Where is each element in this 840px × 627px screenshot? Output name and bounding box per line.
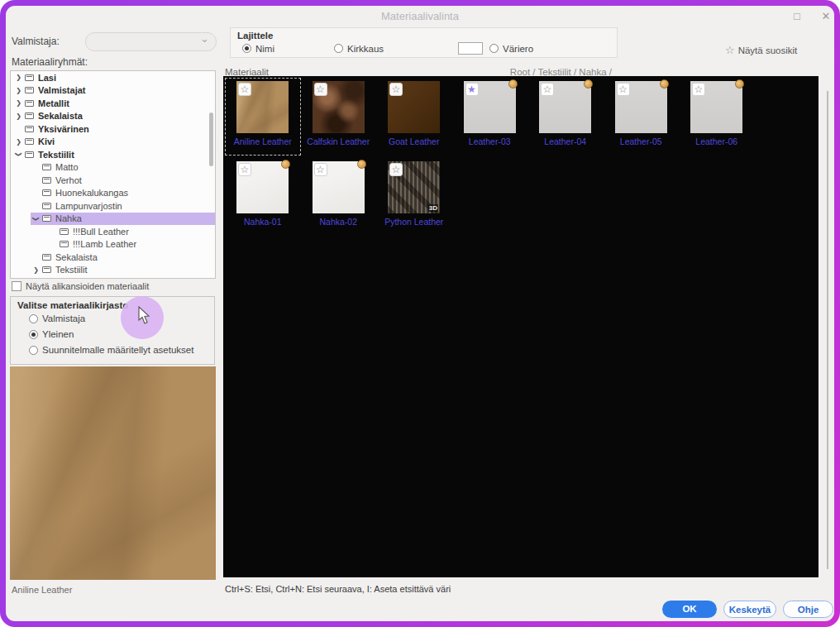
- tree-item-inner: !!!Lamb Leather: [48, 238, 215, 251]
- material-thumbnail: ☆: [388, 81, 440, 133]
- radio-icon: [489, 44, 499, 53]
- material-thumbnail: ☆3D: [388, 161, 440, 213]
- library-option[interactable]: Yleinen: [29, 329, 74, 339]
- tree-arrow-icon[interactable]: ❯: [30, 213, 42, 224]
- material-item[interactable]: ☆Leather-04: [527, 78, 604, 156]
- checkbox-icon: [12, 281, 21, 291]
- material-item[interactable]: ★Leather-03: [452, 78, 528, 156]
- sort-option[interactable]: Nimi: [242, 44, 274, 54]
- tree-item[interactable]: Huonekalukangas: [11, 187, 215, 200]
- material-item-label: Leather-03: [452, 136, 528, 146]
- material-item-label: Nahka-02: [301, 217, 377, 227]
- manufacturer-label: Valmistaja:: [12, 36, 60, 47]
- tree-item[interactable]: ❯Valmistajat: [11, 84, 215, 98]
- material-thumbnail: ☆: [690, 81, 742, 133]
- folder-icon: [42, 189, 51, 196]
- favorite-star-icon[interactable]: ☆: [541, 83, 554, 96]
- material-groups-label: Materiaaliryhmät:: [12, 56, 88, 68]
- favorite-star-icon[interactable]: ☆: [238, 163, 251, 176]
- folder-icon: [60, 241, 69, 247]
- tree-item-inner: Sekalaista: [31, 251, 215, 264]
- page-title: Materiaalivalinta: [6, 10, 834, 22]
- tree-arrow-icon[interactable]: ❯: [31, 264, 41, 276]
- tree-arrow-icon[interactable]: ❯: [13, 84, 24, 97]
- favorite-star-icon[interactable]: ☆: [314, 163, 327, 176]
- modified-badge-icon: [584, 79, 593, 89]
- modified-badge-icon: [735, 79, 744, 89]
- color-swatch[interactable]: [458, 42, 483, 55]
- library-option[interactable]: Suunnitelmalle määritellyt asetukset: [29, 345, 193, 355]
- manufacturer-dropdown[interactable]: ⌄: [85, 32, 217, 51]
- library-option-label: Yleinen: [42, 329, 74, 339]
- tree-arrow-icon[interactable]: ❯: [12, 149, 25, 160]
- favorite-star-icon[interactable]: ★: [465, 83, 479, 96]
- material-item[interactable]: ☆Nahka-01: [225, 158, 301, 236]
- sort-option-label: Kirkkaus: [347, 44, 384, 54]
- favorite-star-icon[interactable]: ☆: [692, 83, 705, 96]
- tree-item[interactable]: ❯Nahka: [11, 213, 215, 226]
- tree-arrow-icon[interactable]: ❯: [13, 97, 24, 109]
- material-item[interactable]: ☆Leather-05: [604, 78, 680, 156]
- ok-button[interactable]: OK: [662, 601, 717, 618]
- tree-item[interactable]: Yksivärinen: [11, 122, 215, 136]
- tree-item[interactable]: ❯Tekstiilit: [11, 264, 215, 277]
- show-subfolder-materials-checkbox[interactable]: Näytä alikansioiden materiaalit: [12, 281, 149, 291]
- material-item[interactable]: ☆Leather-06: [679, 78, 755, 156]
- tree-item[interactable]: ❯Sekalaista: [11, 110, 215, 123]
- tree-arrow-icon[interactable]: ❯: [13, 136, 24, 148]
- tree-item[interactable]: Lampunvarjostin: [11, 199, 215, 213]
- folder-icon: [42, 266, 51, 273]
- tree-arrow-icon[interactable]: ❯: [13, 71, 24, 84]
- material-item[interactable]: ☆Calfskin Leather: [301, 78, 377, 156]
- material-item-label: Calfskin Leather: [301, 136, 377, 146]
- tree-item-inner: ❯Nahka: [31, 213, 215, 226]
- tree-item[interactable]: !!!Bull Leather: [11, 225, 215, 238]
- recording-frame: Materiaalivalinta □ ✕ Valmistaja: ⌄ Mate…: [0, 0, 840, 627]
- tree-item[interactable]: Sekalaista: [11, 251, 215, 264]
- tree-item-inner: ❯Sekalaista: [13, 110, 215, 123]
- material-item[interactable]: ☆Aniline Leather: [225, 78, 301, 156]
- tree-item-label: Yksivärinen: [38, 124, 89, 134]
- tree-item[interactable]: !!!Lamb Leather: [11, 238, 215, 251]
- cancel-button[interactable]: Keskeytä: [723, 601, 776, 618]
- favorite-star-icon[interactable]: ☆: [314, 83, 327, 96]
- close-button[interactable]: ✕: [817, 8, 834, 25]
- tree-item-inner: Matto: [31, 161, 215, 175]
- maximize-button[interactable]: □: [788, 8, 806, 25]
- tree-item[interactable]: ❯Metallit: [11, 97, 215, 110]
- folder-icon: [25, 126, 34, 132]
- favorite-star-icon[interactable]: ☆: [617, 83, 630, 96]
- material-item[interactable]: ☆3DPython Leather: [376, 158, 452, 236]
- tree-item[interactable]: ❯Kivi: [11, 136, 215, 149]
- materials-canvas: ☆Aniline Leather☆Calfskin Leather☆Goat L…: [223, 76, 819, 577]
- show-favorites-toggle[interactable]: ☆ Näytä suosikit: [725, 44, 797, 56]
- favorite-star-icon[interactable]: ☆: [238, 83, 251, 96]
- material-thumbnail: ☆: [313, 161, 365, 213]
- tree-item-label: Nahka: [55, 213, 82, 223]
- sort-groupbox: Lajittele NimiKirkkausVäriero: [230, 27, 618, 58]
- tree-scrollbar[interactable]: [209, 112, 213, 166]
- materials-scrollbar[interactable]: [827, 91, 828, 569]
- material-item[interactable]: ☆Goat Leather: [376, 78, 452, 156]
- tree-item-inner: ❯Lasi: [13, 71, 215, 84]
- tree-item[interactable]: Verhot: [11, 174, 215, 187]
- favorite-star-icon[interactable]: ☆: [389, 83, 403, 96]
- three-d-badge: 3D: [428, 204, 438, 212]
- material-thumbnail: ☆: [615, 81, 667, 133]
- sort-option[interactable]: Kirkkaus: [334, 44, 384, 54]
- tree-item[interactable]: ❯Lasi: [11, 71, 215, 84]
- favorite-star-icon[interactable]: ☆: [389, 163, 403, 176]
- material-item[interactable]: ☆Nahka-02: [301, 158, 377, 236]
- library-option[interactable]: Valmistaja: [29, 314, 85, 323]
- star-icon: ☆: [725, 44, 735, 56]
- tree-item-label: !!!Lamb Leather: [73, 239, 136, 249]
- tree-item-inner: ❯Tekstiilit: [31, 264, 215, 277]
- tree-item-label: !!!Bull Leather: [73, 227, 129, 237]
- sort-option[interactable]: Väriero: [458, 42, 533, 55]
- tree-item[interactable]: Matto: [11, 161, 215, 175]
- help-button[interactable]: Ohje: [783, 601, 833, 618]
- tree-item-label: Sekalaista: [55, 252, 98, 262]
- tree-arrow-icon[interactable]: ❯: [13, 110, 24, 122]
- tree-item[interactable]: ❯Tekstiilit: [11, 148, 215, 161]
- folder-icon: [42, 177, 51, 184]
